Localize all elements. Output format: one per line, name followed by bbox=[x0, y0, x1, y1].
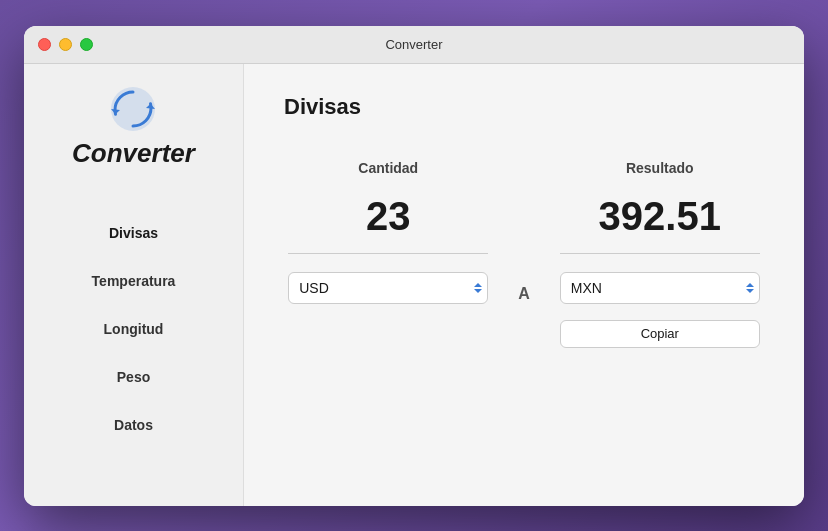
cantidad-label: Cantidad bbox=[358, 160, 418, 176]
cantidad-column: Cantidad 23 USD EUR GBP JPY MXN CAD bbox=[288, 160, 488, 304]
sidebar-item-peso[interactable]: Peso bbox=[24, 353, 243, 401]
page-title: Divisas bbox=[284, 94, 764, 120]
logo-text: Converter bbox=[72, 138, 195, 169]
cantidad-value: 23 bbox=[366, 194, 411, 239]
sidebar-item-divisas[interactable]: Divisas bbox=[24, 209, 243, 257]
sidebar-item-temperatura[interactable]: Temperatura bbox=[24, 257, 243, 305]
maximize-button[interactable] bbox=[80, 38, 93, 51]
to-currency-wrapper: MXN USD EUR GBP JPY CAD bbox=[560, 272, 760, 304]
converter-row: Cantidad 23 USD EUR GBP JPY MXN CAD bbox=[284, 160, 764, 348]
content-area: Converter Divisas Temperatura Longitud P… bbox=[24, 64, 804, 506]
window-title: Converter bbox=[385, 37, 442, 52]
from-currency-wrapper: USD EUR GBP JPY MXN CAD bbox=[288, 272, 488, 304]
connector-label: A bbox=[518, 285, 530, 303]
traffic-lights bbox=[38, 38, 93, 51]
sidebar: Converter Divisas Temperatura Longitud P… bbox=[24, 64, 244, 506]
sidebar-logo: Converter bbox=[72, 84, 195, 169]
cantidad-divider bbox=[288, 253, 488, 254]
resultado-value: 392.51 bbox=[599, 194, 721, 239]
titlebar: Converter bbox=[24, 26, 804, 64]
to-currency-select[interactable]: MXN USD EUR GBP JPY CAD bbox=[560, 272, 760, 304]
resultado-label: Resultado bbox=[626, 160, 694, 176]
sidebar-item-longitud[interactable]: Longitud bbox=[24, 305, 243, 353]
sidebar-navigation: Divisas Temperatura Longitud Peso Datos bbox=[24, 209, 243, 449]
copy-button[interactable]: Copiar bbox=[560, 320, 760, 348]
resultado-divider bbox=[560, 253, 760, 254]
converter-area: Cantidad 23 USD EUR GBP JPY MXN CAD bbox=[284, 160, 764, 476]
minimize-button[interactable] bbox=[59, 38, 72, 51]
from-currency-select[interactable]: USD EUR GBP JPY MXN CAD bbox=[288, 272, 488, 304]
main-panel: Divisas Cantidad 23 USD EUR GBP bbox=[244, 64, 804, 506]
converter-icon bbox=[108, 84, 158, 134]
sidebar-item-datos[interactable]: Datos bbox=[24, 401, 243, 449]
svg-point-0 bbox=[111, 87, 155, 131]
app-window: Converter Converter Divisas Temperatura … bbox=[24, 26, 804, 506]
resultado-column: Resultado 392.51 MXN USD EUR GBP JPY CAD bbox=[560, 160, 760, 348]
close-button[interactable] bbox=[38, 38, 51, 51]
